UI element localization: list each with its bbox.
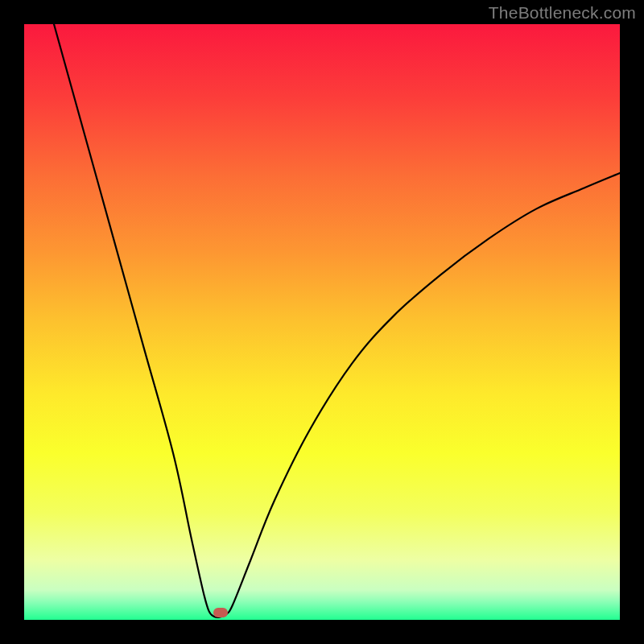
bottleneck-curve xyxy=(24,24,620,620)
minimum-marker xyxy=(213,608,228,617)
chart-frame: TheBottleneck.com xyxy=(0,0,644,644)
watermark-text: TheBottleneck.com xyxy=(489,3,636,23)
plot-area xyxy=(24,24,620,620)
